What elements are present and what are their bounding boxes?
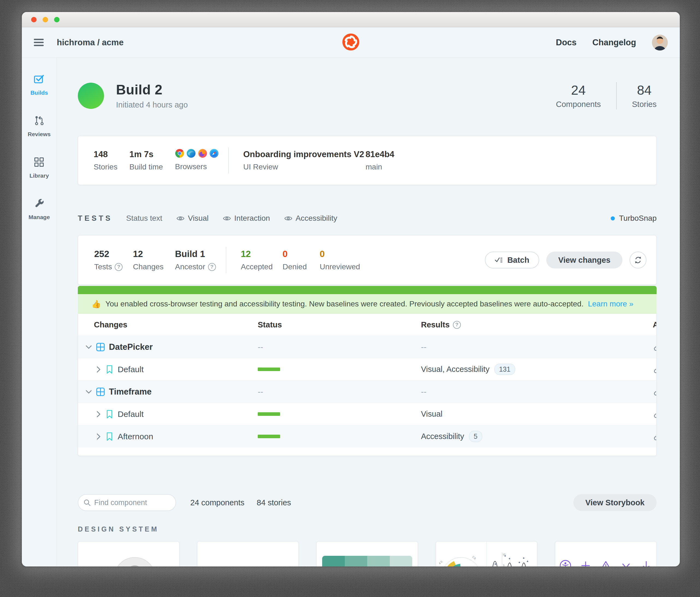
- permalink-icon[interactable]: [653, 409, 657, 419]
- ancestor-build-link[interactable]: Build 1: [175, 249, 226, 259]
- tests-status-text: Status text: [126, 214, 162, 223]
- toggle-visual[interactable]: Visual: [176, 214, 208, 223]
- commit-link[interactable]: 81e4b4: [366, 150, 394, 159]
- divider: [486, 542, 487, 566]
- refresh-button[interactable]: [630, 252, 647, 268]
- color-palette-thumbnail: [322, 556, 412, 566]
- design-system-cards: 4.0 2.0 1.0 +++ +++ +++: [78, 541, 657, 566]
- permalink-icon[interactable]: [653, 387, 657, 397]
- table-row[interactable]: Afternoon Accessibility 5: [78, 425, 656, 447]
- mini-donut-chart: 4.0 2.0 1.0: [437, 547, 485, 566]
- zoom-window-button[interactable]: [54, 17, 59, 22]
- manage-wrench-icon: [34, 198, 45, 210]
- stories-total: 84 stories: [257, 498, 291, 507]
- menu-icon[interactable]: [34, 37, 44, 48]
- component-name[interactable]: Timeframe: [109, 387, 152, 397]
- learn-more-link[interactable]: Learn more »: [588, 300, 633, 308]
- table-row[interactable]: DatePicker -- --: [78, 336, 656, 358]
- component-card-charts[interactable]: 4.0 2.0 1.0 +++ +++ +++: [436, 541, 537, 566]
- stat-tests: 252 Tests?: [94, 249, 133, 271]
- table-row[interactable]: Default Visual: [78, 403, 656, 425]
- status-passed-bar: [258, 367, 280, 371]
- status-value: --: [258, 387, 421, 396]
- component-card-avatar[interactable]: [78, 541, 179, 566]
- eye-icon: [176, 215, 184, 221]
- svg-text:+: +: [519, 561, 520, 564]
- permalink-icon[interactable]: [653, 432, 657, 441]
- branch-link[interactable]: Onboarding improvements V2: [243, 150, 366, 159]
- chevron-right-icon[interactable]: [96, 433, 101, 440]
- chevron-right-icon[interactable]: [96, 366, 101, 373]
- batch-button[interactable]: Batch: [485, 252, 539, 268]
- components-total: 24 components: [190, 498, 244, 507]
- permalink-icon[interactable]: [653, 365, 657, 374]
- results-count-badge: 131: [494, 364, 515, 375]
- permalink-icon[interactable]: [653, 342, 657, 352]
- user-avatar[interactable]: [652, 35, 668, 50]
- toggle-interaction[interactable]: Interaction: [223, 214, 270, 223]
- grayscale-avatar-thumbnail: [114, 557, 156, 566]
- table-row[interactable]: Timeframe -- --: [78, 380, 656, 403]
- table-row[interactable]: Default Visual, Accessibility 131: [78, 358, 656, 380]
- breadcrumb[interactable]: hichroma / acme: [57, 38, 124, 48]
- docs-link[interactable]: Docs: [556, 38, 577, 48]
- build-status-dot: [78, 83, 104, 109]
- minimize-window-button[interactable]: [43, 17, 48, 22]
- icon-set-thumbnail: [555, 560, 656, 566]
- component-name[interactable]: DatePicker: [109, 342, 153, 352]
- stat-unreviewed: 0 Unreviewed: [320, 249, 360, 271]
- stat-ancestor: Build 1 Ancestor?: [175, 249, 226, 271]
- toggle-accessibility[interactable]: Accessibility: [284, 214, 337, 223]
- stat-stories: 148 Stories: [94, 150, 129, 171]
- build-progress-bar: [78, 286, 657, 294]
- sidebar-label-reviews: Reviews: [28, 131, 51, 137]
- page-title: Build 2: [116, 82, 188, 98]
- search-input[interactable]: [94, 498, 165, 507]
- library-icon: [33, 157, 45, 168]
- sidebar-label-manage: Manage: [28, 214, 50, 220]
- svg-text:+: +: [527, 560, 528, 563]
- changelog-link[interactable]: Changelog: [593, 38, 636, 48]
- table-footer: [78, 447, 656, 456]
- chevron-right-icon[interactable]: [96, 411, 101, 417]
- component-grid-icon: [96, 387, 105, 396]
- mini-line-chart: +++ +++ +++ -426 810 510: [488, 547, 536, 566]
- chevron-down-icon: [620, 560, 632, 566]
- stat-changes: 12 Changes: [133, 249, 175, 271]
- chevron-down-icon[interactable]: [85, 345, 92, 349]
- help-icon[interactable]: ?: [453, 321, 461, 329]
- status-passed-bar: [258, 435, 280, 438]
- component-card-icons[interactable]: [555, 541, 657, 566]
- turbosnap-indicator[interactable]: TurboSnap: [611, 214, 657, 223]
- view-changes-button[interactable]: View changes: [546, 252, 622, 268]
- svg-text:+: +: [523, 556, 524, 560]
- find-component-search[interactable]: [78, 494, 176, 511]
- story-name[interactable]: Default: [118, 365, 144, 374]
- tests-title: TESTS: [78, 214, 112, 223]
- story-name[interactable]: Afternoon: [118, 432, 153, 441]
- stat-build-time: 1m 7s Build time: [129, 150, 175, 171]
- component-card-empty[interactable]: [197, 541, 299, 566]
- sidebar-label-library: Library: [29, 173, 49, 179]
- main-content: Build 2 Initiated 4 hours ago 24 Compone…: [57, 58, 680, 566]
- sidebar-item-reviews[interactable]: Reviews: [28, 115, 51, 137]
- results-value: Accessibility: [421, 432, 464, 441]
- sidebar-item-builds[interactable]: Builds: [30, 74, 48, 96]
- story-name[interactable]: Default: [118, 410, 144, 419]
- status-value: --: [258, 342, 421, 352]
- view-storybook-button[interactable]: View Storybook: [573, 494, 657, 511]
- divider: [616, 82, 617, 109]
- help-icon[interactable]: ?: [115, 263, 123, 271]
- sidebar-item-library[interactable]: Library: [29, 157, 49, 179]
- help-icon[interactable]: ?: [208, 263, 216, 271]
- safari-icon: [209, 149, 219, 159]
- component-card-palette[interactable]: [317, 541, 418, 566]
- stories-count: 84 Stories: [632, 83, 657, 109]
- sidebar-item-manage[interactable]: Manage: [28, 198, 50, 220]
- design-system-label: DESIGN SYSTEM: [78, 525, 657, 533]
- close-window-button[interactable]: [31, 17, 36, 22]
- chromatic-logo-icon[interactable]: [342, 33, 359, 52]
- chevron-down-icon[interactable]: [85, 390, 92, 394]
- col-status: Status: [258, 320, 421, 329]
- build-summary-card: 148 Stories 1m 7s Build time: [78, 136, 657, 185]
